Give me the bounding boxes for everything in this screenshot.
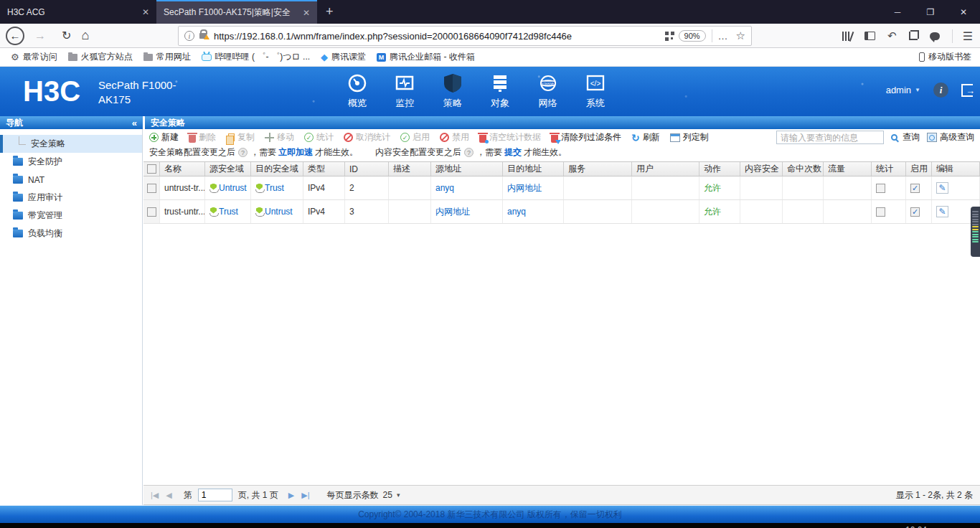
column-header[interactable]: 源地址: [431, 162, 503, 176]
nav-monitor[interactable]: 监控: [383, 72, 426, 110]
bookmark-folder-common[interactable]: 常用网址: [143, 51, 191, 63]
sidebar-item-load-balance[interactable]: 负载均衡: [0, 225, 142, 242]
accelerate-link[interactable]: 立即加速: [278, 146, 313, 159]
bookmark-tencent-mail[interactable]: M 腾讯企业邮箱 - 收件箱: [377, 51, 475, 63]
page-info-icon[interactable]: i: [184, 31, 194, 41]
per-page-select[interactable]: 每页显示条数 25 ▾: [327, 489, 400, 501]
undo-icon[interactable]: ↶: [887, 29, 897, 42]
address-link[interactable]: 内网地址: [435, 206, 470, 218]
mobile-bookmarks[interactable]: 移动版书签: [919, 51, 971, 63]
row-checkbox[interactable]: [147, 184, 156, 193]
next-page-icon[interactable]: ▶: [288, 491, 294, 500]
sidebar-item-security-policy[interactable]: 安全策略: [0, 135, 142, 153]
refresh-list-button[interactable]: ↻ 刷新: [631, 131, 660, 143]
browser-tab-1[interactable]: H3C ACG ✕: [0, 0, 156, 24]
back-button[interactable]: ←: [6, 27, 24, 45]
column-header[interactable]: 描述: [389, 162, 431, 176]
enable-checkbox[interactable]: ✓: [910, 207, 920, 217]
new-tab-button[interactable]: +: [317, 0, 342, 24]
hamburger-menu-icon[interactable]: ☰: [952, 29, 973, 43]
column-header[interactable]: 目的安全域: [251, 162, 303, 176]
bookmark-bilibili[interactable]: 哔哩哔哩 ( ゜- ゜)つロ ...: [202, 51, 310, 63]
prev-page-icon[interactable]: ◀: [166, 491, 171, 500]
column-header[interactable]: 编辑: [932, 162, 980, 176]
sidebar-item-nat[interactable]: NAT: [0, 171, 142, 189]
page-actions-icon[interactable]: …: [718, 30, 729, 42]
column-header[interactable]: 动作: [699, 162, 740, 176]
close-button[interactable]: ✕: [947, 0, 980, 24]
minimize-button[interactable]: ─: [881, 0, 914, 24]
column-header[interactable]: 源安全域: [205, 162, 251, 176]
cancel-statistics-button[interactable]: 取消统计: [344, 131, 390, 143]
column-header[interactable]: 服务: [564, 162, 632, 176]
qr-code-icon[interactable]: [665, 32, 674, 41]
refresh-button[interactable]: ↻: [62, 29, 71, 42]
new-button[interactable]: 新建: [149, 131, 179, 143]
sidebar-item-bandwidth[interactable]: 带宽管理: [0, 207, 142, 225]
query-button[interactable]: 查询: [891, 131, 920, 143]
column-header[interactable]: 启用: [906, 162, 932, 176]
nav-objects[interactable]: 对象: [479, 72, 522, 110]
disable-button[interactable]: 禁用: [440, 131, 469, 143]
clear-statistics-button[interactable]: 清空统计数据: [479, 131, 541, 143]
bookmark-folder-firefox[interactable]: 火狐官方站点: [68, 51, 133, 63]
row-checkbox[interactable]: [147, 207, 156, 217]
page-number-input[interactable]: [198, 489, 232, 501]
bookmark-most-visited[interactable]: ⚙ 最常访问: [11, 51, 57, 63]
tab-close-icon[interactable]: ✕: [142, 7, 149, 17]
nav-policy-active[interactable]: 策略: [431, 72, 474, 110]
forward-button[interactable]: →: [34, 29, 46, 42]
sidebar-item-app-audit[interactable]: 应用审计: [0, 189, 142, 207]
nav-network[interactable]: INTERNET 网络: [527, 72, 570, 110]
info-icon[interactable]: i: [933, 82, 948, 98]
bookmark-tencent-class[interactable]: ◆ 腾讯课堂: [321, 51, 366, 63]
nav-overview[interactable]: 概览: [336, 72, 379, 110]
column-header[interactable]: 流量: [824, 162, 872, 176]
floating-widget[interactable]: [971, 207, 980, 257]
edit-button[interactable]: ✎: [936, 206, 948, 217]
column-header[interactable]: 统计: [872, 162, 906, 176]
enable-button[interactable]: ✓ 启用: [400, 131, 430, 143]
screenshot-icon[interactable]: [909, 32, 918, 40]
url-text[interactable]: https://192.168.0.1/wnm/frame/index.php?…: [214, 31, 661, 42]
statistics-button[interactable]: ✓ 统计: [304, 131, 334, 143]
last-page-icon[interactable]: ▶|: [301, 491, 309, 500]
delete-button[interactable]: 删除: [189, 131, 216, 143]
column-header[interactable]: 目的地址: [503, 162, 564, 176]
zone-link[interactable]: Untrust: [209, 183, 247, 193]
copy-button[interactable]: 复制: [226, 131, 255, 143]
bookmark-star-icon[interactable]: ☆: [736, 29, 745, 42]
column-header[interactable]: 名称: [160, 162, 205, 176]
zone-link[interactable]: Untrust: [255, 207, 293, 217]
address-link[interactable]: anyq: [435, 183, 454, 193]
zoom-level-badge[interactable]: 90%: [679, 30, 706, 42]
restore-button[interactable]: ❐: [914, 0, 947, 24]
tab-close-icon[interactable]: ✕: [303, 8, 310, 18]
advanced-query-button[interactable]: 高级查询: [927, 131, 974, 143]
select-all-checkbox[interactable]: [147, 164, 156, 174]
logout-icon[interactable]: [961, 84, 973, 97]
move-button[interactable]: 移动: [265, 131, 294, 143]
stat-checkbox[interactable]: [876, 184, 885, 193]
zone-link[interactable]: Trust: [255, 183, 284, 193]
column-customize-button[interactable]: 列定制: [670, 131, 709, 143]
url-bar[interactable]: i https://192.168.0.1/wnm/frame/index.ph…: [178, 26, 752, 46]
insecure-lock-icon[interactable]: [199, 33, 207, 39]
column-header[interactable]: 内容安全: [740, 162, 783, 176]
messages-icon[interactable]: [930, 32, 940, 40]
browser-tab-2-active[interactable]: SecPath F1000-AK175|策略|安全 ✕: [156, 0, 317, 24]
stat-checkbox[interactable]: [876, 207, 885, 217]
home-button[interactable]: ⌂: [81, 28, 89, 43]
enable-checkbox[interactable]: ✓: [910, 184, 920, 193]
column-header[interactable]: 类型: [303, 162, 345, 176]
collapse-sidebar-icon[interactable]: «: [132, 118, 137, 128]
sidebar-toggle-icon[interactable]: [864, 32, 875, 40]
search-input[interactable]: [776, 131, 884, 144]
column-header[interactable]: ID: [345, 162, 389, 176]
first-page-icon[interactable]: |◀: [151, 491, 159, 500]
help-icon[interactable]: ?: [464, 148, 473, 157]
nav-system[interactable]: </> 系统: [574, 72, 617, 110]
edit-button[interactable]: ✎: [936, 182, 948, 194]
help-icon[interactable]: ?: [238, 148, 248, 157]
column-header[interactable]: 用户: [632, 162, 699, 176]
